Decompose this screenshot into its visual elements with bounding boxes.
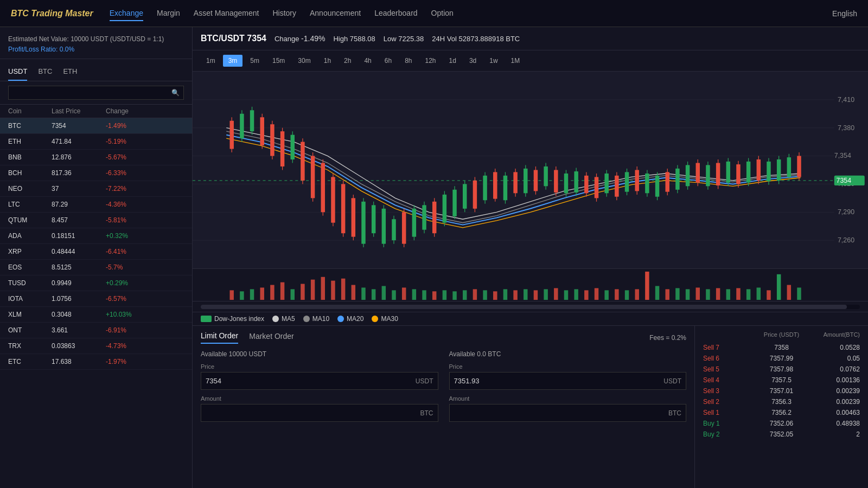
nav-history[interactable]: History [272,6,296,21]
svg-rect-172 [645,272,649,300]
svg-rect-142 [341,279,345,300]
tab-market-order[interactable]: Market Order [249,332,293,343]
time-btn-15m[interactable]: 15m [267,55,290,67]
coin-row[interactable]: ETH 471.84 -5.19% [0,134,192,150]
svg-rect-163 [554,288,558,300]
time-btn-12h[interactable]: 12h [420,55,442,67]
time-btn-1h[interactable]: 1h [318,55,336,67]
svg-rect-159 [513,290,517,300]
buy-price-input[interactable] [201,373,411,389]
search-icon[interactable]: 🔍 [171,89,180,97]
coin-row[interactable]: BNB 12.876 -5.67% [0,150,192,165]
chart-area[interactable]: 7,410 7,380 7,354 7,320 7,290 7,260 7354 [193,72,868,268]
coin-change: -1.49% [106,122,184,130]
nav-asset-management[interactable]: Asset Management [194,6,259,21]
svg-rect-148 [402,287,406,300]
time-btn-3d[interactable]: 3d [464,55,482,67]
time-btn-2h[interactable]: 2h [339,55,356,67]
nav-option[interactable]: Option [431,6,454,21]
svg-rect-138 [301,284,304,300]
svg-rect-185 [777,274,781,300]
svg-rect-133 [250,289,254,300]
buy-price-unit: USDT [411,373,438,389]
search-input[interactable] [8,86,184,100]
coin-change: +10.03% [106,311,184,318]
coin-change: -6.41% [106,248,184,255]
ob-buy-label: Buy 2 [703,431,755,438]
buy-amount-input[interactable] [201,404,416,421]
coin-row[interactable]: EOS 8.5125 -5.7% [0,260,192,275]
svg-text:7,260: 7,260 [838,236,854,244]
time-btn-1d[interactable]: 1d [444,55,462,67]
chart-pair: BTC/USDT 7354 [201,34,266,43]
ob-sell-row: Sell 6 7357.99 0.05 [700,353,863,364]
svg-rect-151 [432,291,436,300]
time-btn-1m[interactable]: 1m [201,55,221,67]
ob-sell-price: 7356.3 [755,398,807,406]
time-btn-1w[interactable]: 1w [484,55,503,67]
svg-rect-147 [392,290,395,300]
tab-limit-order[interactable]: Limit Order [201,331,238,344]
coin-row[interactable]: TRX 0.03863 -4.73% [0,338,192,354]
svg-text:7,410: 7,410 [838,96,854,104]
tab-eth[interactable]: ETH [63,65,77,81]
nav-announcement[interactable]: Announcement [310,6,361,21]
coin-row[interactable]: ETC 17.638 -1.97% [0,354,192,370]
coin-row[interactable]: XRP 0.48444 -6.41% [0,244,192,260]
time-btn-3m[interactable]: 3m [223,55,243,67]
svg-text:7,290: 7,290 [838,208,854,216]
coin-name: LTC [8,201,52,208]
time-btn-1m[interactable]: 1M [506,55,526,67]
coin-name: ETC [8,358,52,365]
coin-change: -5.7% [106,264,184,271]
coin-row[interactable]: XLM 0.3048 +10.03% [0,307,192,323]
chart-change-value: -1.49% [301,34,325,43]
svg-rect-154 [463,290,467,300]
time-btn-5m[interactable]: 5m [245,55,265,67]
coin-row[interactable]: NEO 37 -7.22% [0,181,192,197]
order-columns: Available 10000 USDT Price USDT Amount [201,350,686,427]
sell-amount-input[interactable] [450,404,665,421]
nav-exchange[interactable]: Exchange [110,6,143,21]
coin-row[interactable]: ADA 0.18151 +0.32% [0,228,192,244]
svg-rect-131 [229,290,233,300]
time-btn-30m[interactable]: 30m [292,55,316,67]
coin-row[interactable]: ONT 3.661 -6.91% [0,323,192,338]
time-btn-4h[interactable]: 4h [359,55,376,67]
language-selector[interactable]: English [832,9,857,18]
coin-name: IOTA [8,295,52,303]
ob-sell-label: Sell 5 [703,365,755,373]
svg-text:7,380: 7,380 [838,124,854,131]
time-btn-6h[interactable]: 6h [379,55,397,67]
time-btn-8h[interactable]: 8h [399,55,417,67]
coin-price: 12.876 [52,153,106,161]
svg-rect-156 [483,290,487,300]
sell-price-input[interactable] [450,373,660,389]
coin-tabs: USDT BTC ETH [0,59,192,81]
nav-leaderboard[interactable]: Leaderboard [374,6,417,21]
nav-margin[interactable]: Margin [157,6,180,21]
svg-text:7,354: 7,354 [834,152,851,159]
coin-name: ETH [8,138,52,145]
coin-change: -5.67% [106,153,184,161]
coin-name: XRP [8,248,52,255]
chart-scrollbar[interactable] [193,301,868,312]
profit-ratio-label: Profit/Loss Ratio: [8,46,58,53]
svg-rect-181 [736,288,740,300]
coin-row[interactable]: QTUM 8.457 -5.81% [0,213,192,228]
fees-info: Fees = 0.2% [649,334,686,342]
ob-sell-row: Sell 3 7357.01 0.00239 [700,386,863,396]
dow-jones-label: Dow-Jones index [214,315,264,323]
tab-usdt[interactable]: USDT [8,65,27,81]
coin-row[interactable]: BCH 817.36 -6.33% [0,165,192,181]
coin-name: XLM [8,311,52,318]
ob-sell-label: Sell 7 [703,344,755,351]
tab-btc[interactable]: BTC [38,65,52,81]
dow-jones-color [201,316,212,322]
svg-rect-150 [422,290,426,300]
svg-rect-178 [706,289,710,300]
coin-row[interactable]: LTC 87.29 -4.36% [0,197,192,213]
coin-row[interactable]: TUSD 0.9949 +0.29% [0,275,192,291]
coin-row[interactable]: BTC 7354 -1.49% [0,118,192,134]
coin-row[interactable]: IOTA 1.0756 -6.57% [0,291,192,307]
